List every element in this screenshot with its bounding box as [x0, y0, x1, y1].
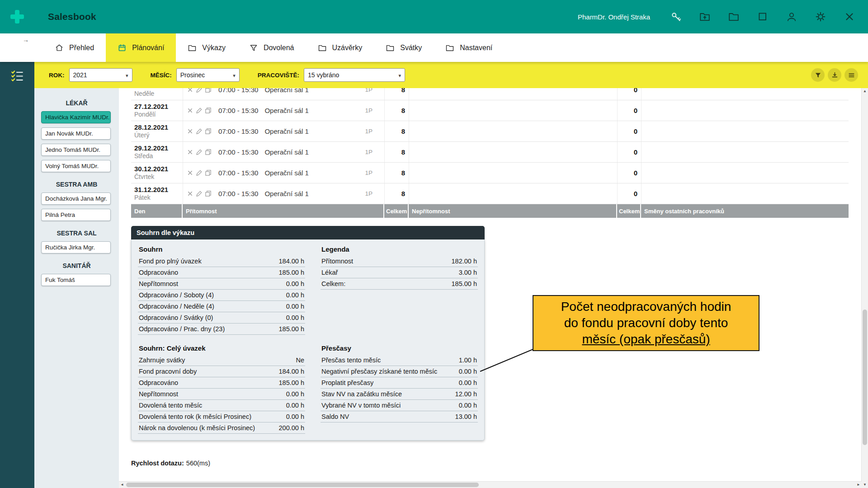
summary-row: Dovolená tento rok (k měsíci Prosinec)0.…: [138, 411, 305, 422]
summary-row: Odpracováno185.00 h: [138, 267, 305, 278]
person-item[interactable]: Pilná Petra: [41, 209, 111, 221]
shift-place: Operační sál 1: [264, 107, 309, 114]
filter-funnel-button[interactable]: [811, 68, 825, 82]
download-button[interactable]: [828, 68, 841, 82]
column-header: Přítomnost: [183, 204, 384, 218]
tab-planovani[interactable]: Plánování: [106, 33, 176, 62]
square-icon[interactable]: [757, 11, 769, 23]
scroll-left-arrow[interactable]: [119, 482, 125, 488]
vertical-scrollbar[interactable]: [861, 88, 868, 488]
person-item[interactable]: Docházková Jana Mgr.: [41, 192, 111, 205]
delete-shift-icon[interactable]: [187, 169, 194, 177]
edit-shift-icon[interactable]: [196, 190, 203, 197]
group-title-sestra-sal: SESTRA SAL: [34, 230, 119, 237]
annotation-callout: Počet neodpracovaných hodin do fondu pra…: [533, 295, 760, 351]
checklist-menu-icon[interactable]: [10, 69, 24, 83]
group-title-sestra-amb: SESTRA AMB: [34, 181, 119, 188]
left-rail: [0, 62, 34, 488]
menu-button[interactable]: [844, 68, 858, 82]
edit-shift-icon[interactable]: [196, 149, 203, 156]
folder-icon[interactable]: [728, 11, 740, 23]
tab-nastaveni[interactable]: Nastavení: [434, 33, 504, 62]
shift-tag: 1P: [365, 169, 373, 176]
table-row: 27.12.2021 Pondělí 07:00 - 15:30 Operačn…: [131, 100, 849, 121]
summary-row: Odpracováno185.00 h: [138, 377, 305, 389]
funnel-icon: [814, 71, 822, 79]
month-value: Prosinec: [180, 71, 205, 79]
copy-shift-icon[interactable]: [205, 169, 212, 177]
others-shifts-cell: [641, 100, 849, 121]
person-item[interactable]: Ručička Jirka Mgr.: [41, 241, 111, 253]
others-shifts-cell: [641, 121, 849, 141]
edit-shift-icon[interactable]: [196, 128, 203, 135]
menu-icon: [848, 71, 855, 79]
folder-export-icon[interactable]: [699, 11, 711, 23]
delete-shift-icon[interactable]: [187, 149, 194, 156]
callout-line: měsíc (opak přesčasů): [538, 331, 754, 347]
scroll-up-arrow[interactable]: [862, 88, 868, 94]
edit-shift-icon[interactable]: [196, 169, 203, 177]
gear-icon[interactable]: [815, 11, 826, 23]
workplace-select[interactable]: 15 vybráno: [304, 68, 405, 82]
row-day: Úterý: [134, 131, 149, 139]
copy-shift-icon[interactable]: [205, 190, 212, 197]
user-icon[interactable]: [786, 11, 797, 23]
tab-dovolena[interactable]: Dovolená: [237, 33, 306, 62]
delete-shift-icon[interactable]: [187, 190, 194, 197]
month-label: MĚSÍC:: [151, 72, 172, 79]
shift-place: Operační sál 1: [264, 169, 309, 177]
copy-shift-icon[interactable]: [205, 107, 212, 114]
row-day: Čtvrtek: [134, 173, 154, 181]
absence-cell: [409, 183, 617, 204]
table-header-strip: Den Přítomnost Celkem Nepřítomnost Celke…: [131, 204, 849, 218]
tab-uzaverky[interactable]: Uzávěrky: [306, 33, 374, 62]
filter-actions: [811, 68, 858, 82]
group-title-lekar: LÉKAŘ: [34, 99, 119, 107]
tab-vykazy[interactable]: Výkazy: [176, 33, 237, 62]
delete-shift-icon[interactable]: [187, 128, 194, 135]
copy-shift-icon[interactable]: [205, 149, 212, 156]
absence-cell: [409, 121, 617, 141]
person-item[interactable]: Jan Novák MUDr.: [41, 127, 111, 140]
horizontal-scroll-thumb[interactable]: [126, 483, 479, 487]
tab-label: Svátky: [400, 44, 422, 52]
copy-shift-icon[interactable]: [205, 88, 212, 94]
year-select[interactable]: 2021: [69, 68, 132, 82]
summary-row: Odpracováno / Neděle (4)0.00 h: [138, 301, 305, 312]
tab-prehled[interactable]: Přehled: [43, 33, 106, 62]
row-date: 29.12.2021: [134, 144, 168, 152]
chevron-down-icon: [233, 71, 236, 79]
summary-row: Proplatit přesčasy0.00 h: [321, 377, 478, 389]
calendar-icon: [118, 43, 127, 52]
person-item[interactable]: Jedno Tomáš MUDr.: [41, 144, 111, 156]
vertical-scroll-thumb[interactable]: [863, 310, 867, 445]
shift-time: 07:00 - 15:30: [218, 107, 258, 114]
delete-shift-icon[interactable]: [187, 107, 194, 114]
person-item[interactable]: Volný Tomáš MUDr.: [41, 160, 111, 172]
key-icon[interactable]: [670, 11, 682, 23]
summary-row: Dovolená tento měsíc0.00 h: [138, 400, 305, 411]
present-total: 8: [384, 100, 409, 121]
edit-shift-icon[interactable]: [196, 107, 203, 114]
funnel-icon: [249, 43, 258, 52]
copy-shift-icon[interactable]: [205, 128, 212, 135]
delete-shift-icon[interactable]: [187, 88, 194, 94]
edit-shift-icon[interactable]: [196, 88, 203, 94]
absence-cell: [409, 88, 617, 100]
forward-arrow-icon[interactable]: →: [23, 36, 29, 43]
present-total: 8: [384, 121, 409, 141]
close-icon[interactable]: [844, 11, 855, 23]
absence-cell: [409, 163, 617, 183]
app-logo[interactable]: [0, 0, 34, 33]
shift-time: 07:00 - 15:30: [218, 190, 258, 197]
scroll-right-arrow[interactable]: [855, 482, 862, 488]
tab-svatky[interactable]: Svátky: [374, 33, 434, 62]
month-select[interactable]: Prosinec: [176, 68, 240, 82]
scroll-down-arrow[interactable]: [862, 482, 868, 488]
person-item[interactable]: Hlavička Kazimír MUDr.: [41, 111, 111, 123]
tab-label: Dovolená: [264, 44, 294, 52]
year-value: 2021: [73, 71, 87, 79]
tab-label: Výkazy: [202, 44, 226, 52]
person-item[interactable]: Fuk Tomáš: [41, 274, 111, 286]
horizontal-scrollbar[interactable]: [119, 481, 862, 488]
